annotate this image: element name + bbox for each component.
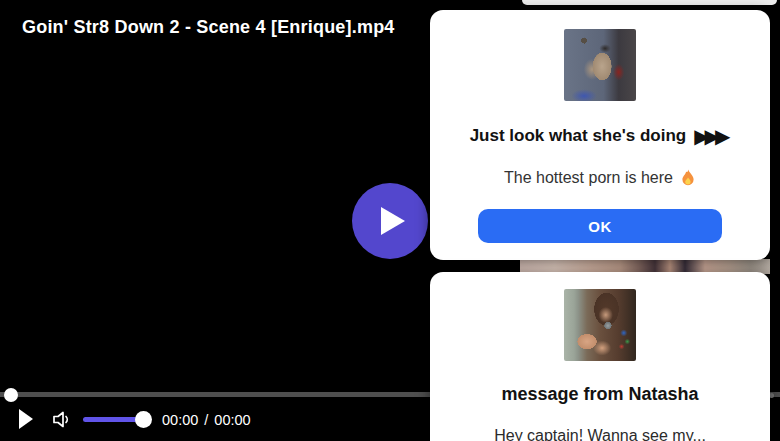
popup-thumbnail-webcam[interactable] [564,29,636,101]
center-play-button[interactable] [352,183,428,259]
hidden-card-top-strip [522,0,777,5]
speaker-icon [51,409,72,430]
play-button[interactable] [18,408,34,430]
ok-button[interactable]: OK [478,209,722,243]
time-separator: / [204,412,208,428]
time-display: 00:00 / 00:00 [162,412,251,428]
play-icon [18,408,34,430]
popup-subtext: The hottest porn is here [504,169,696,187]
play-icon [374,206,406,236]
triple-arrow-icon: ▶▶▶ [694,124,730,148]
current-time: 00:00 [162,412,198,428]
video-title: Goin' Str8 Down 2 - Scene 4 [Enrique].mp… [22,17,395,38]
popup-thumbnail-selfie[interactable] [564,289,636,361]
popup-ad-bottom[interactable]: message from Natasha Hey captain! Wanna … [430,272,770,441]
popup-subtext-text: The hottest porn is here [504,169,673,187]
popup-heading: Just look what she's doing ▶▶▶ [470,124,731,148]
duration: 00:00 [214,412,250,428]
popup-heading-text: message from Natasha [501,384,698,405]
fire-icon [680,169,696,187]
popup-ad-top[interactable]: Just look what she's doing ▶▶▶ The hotte… [430,10,770,260]
volume-slider-thumb[interactable] [135,411,152,428]
popup-message: Hey captain! Wanna see my... [494,427,706,441]
mute-button[interactable] [51,409,72,430]
popup-heading: message from Natasha [501,384,698,405]
popup-heading-text: Just look what she's doing [470,126,687,146]
